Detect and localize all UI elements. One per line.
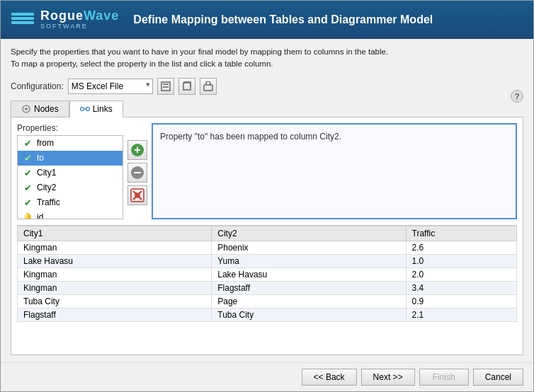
svg-rect-7 xyxy=(204,85,212,91)
check-icon-from: ✔ xyxy=(22,138,33,149)
col-city1[interactable]: City1 xyxy=(18,226,212,241)
table-wrapper[interactable]: City1 City2 Traffic KingmanPhoenix2.6Lak… xyxy=(17,226,517,349)
table-cell: Flagstaff xyxy=(212,282,406,295)
logo-text: Rogue Wave SOFTWARE xyxy=(40,9,119,30)
config-select[interactable]: MS Excel File xyxy=(68,79,153,94)
tabs: Nodes Links xyxy=(11,100,523,117)
table-section: City1 City2 Traffic KingmanPhoenix2.6Lak… xyxy=(17,225,517,349)
svg-rect-5 xyxy=(163,86,169,88)
logo-software: SOFTWARE xyxy=(40,23,119,30)
check-icon-city1: ✔ xyxy=(22,168,33,178)
svg-rect-16 xyxy=(134,172,141,173)
check-icon-to: ✔ xyxy=(22,153,33,163)
table-cell: 1.0 xyxy=(406,255,517,268)
config-select-wrapper: MS Excel File xyxy=(68,79,153,94)
table-cell: 2.1 xyxy=(406,309,517,322)
table-cell: Flagstaff xyxy=(18,309,212,322)
svg-text:+: + xyxy=(134,144,140,156)
svg-rect-1 xyxy=(11,17,34,20)
table-cell: Tuba City xyxy=(18,295,212,309)
header-title: Define Mapping between Tables and Diagra… xyxy=(133,13,525,26)
panel-inner: Properties: ✔ from ✔ to ✔ City1 xyxy=(17,123,517,220)
table-cell: 0.9 xyxy=(406,295,517,309)
check-icon-city2: ✔ xyxy=(22,183,33,193)
properties-label: Properties: xyxy=(17,123,123,133)
col-city2[interactable]: City2 xyxy=(212,226,406,241)
table-cell: 3.4 xyxy=(406,282,517,295)
prop-label-from: from xyxy=(37,138,54,148)
prop-label-to: to xyxy=(37,153,44,163)
table-row[interactable]: KingmanLake Havasu2.0 xyxy=(18,268,517,282)
prop-item-from[interactable]: ✔ from xyxy=(18,136,123,151)
cancel-button[interactable]: Cancel xyxy=(473,369,523,386)
table-cell: Kingman xyxy=(18,268,212,282)
table-row[interactable]: FlagstaffTuba City2.1 xyxy=(18,309,517,322)
prop-label-city1: City1 xyxy=(37,168,56,178)
table-row[interactable]: KingmanFlagstaff3.4 xyxy=(18,282,517,295)
svg-point-9 xyxy=(25,108,28,110)
bell-icon-id: 🔔 xyxy=(22,212,33,220)
footer: << Back Next >> Finish Cancel xyxy=(1,362,533,391)
prop-item-to[interactable]: ✔ to xyxy=(18,151,123,166)
table-cell: Yuma xyxy=(212,255,406,268)
prop-item-id[interactable]: 🔔 id xyxy=(18,210,123,220)
config-row: Configuration: MS Excel File xyxy=(11,78,523,95)
middle-buttons: + xyxy=(127,123,147,220)
tab-links[interactable]: Links xyxy=(69,100,123,117)
toolbar-btn-2[interactable] xyxy=(178,78,195,95)
table-cell: Page xyxy=(212,295,406,309)
prop-label-traffic: Traffic xyxy=(37,197,60,207)
logo-area: Rogue Wave SOFTWARE xyxy=(9,6,119,33)
svg-rect-0 xyxy=(11,13,34,16)
message-area: Property "to" has been mapped to column … xyxy=(152,123,517,220)
table-cell: Phoenix xyxy=(212,241,406,255)
table-cell: 2.6 xyxy=(406,241,517,255)
body: Specify the properties that you want to … xyxy=(1,39,533,362)
table-cell: Lake Havasu xyxy=(18,255,212,268)
table-row[interactable]: Lake HavasuYuma1.0 xyxy=(18,255,517,268)
map-clear-btn[interactable] xyxy=(127,185,147,205)
nodes-icon xyxy=(21,104,31,114)
main-window: Rogue Wave SOFTWARE Define Mapping betwe… xyxy=(0,0,534,392)
next-button[interactable]: Next >> xyxy=(361,369,415,386)
header: Rogue Wave SOFTWARE Define Mapping betwe… xyxy=(1,1,533,39)
prop-item-traffic[interactable]: ✔ Traffic xyxy=(18,195,123,210)
links-icon xyxy=(80,104,90,114)
properties-list: ✔ from ✔ to ✔ City1 ✔ Ci xyxy=(17,135,123,220)
finish-button[interactable]: Finish xyxy=(419,369,469,386)
table-cell: Tuba City xyxy=(212,309,406,322)
tab-nodes[interactable]: Nodes xyxy=(11,100,69,117)
svg-rect-4 xyxy=(163,83,169,85)
help-icon[interactable]: ? xyxy=(511,90,523,103)
table-cell: Lake Havasu xyxy=(212,268,406,282)
svg-rect-6 xyxy=(183,83,191,90)
prop-label-city2: City2 xyxy=(37,183,56,192)
logo-rogue: Rogue xyxy=(40,9,84,23)
main-panel: Properties: ✔ from ✔ to ✔ City1 xyxy=(11,117,523,356)
toolbar-btn-1[interactable] xyxy=(157,78,174,95)
table-row[interactable]: Tuba CityPage0.9 xyxy=(18,295,517,309)
prop-item-city1[interactable]: ✔ City1 xyxy=(18,166,123,180)
prop-label-id: id xyxy=(37,212,43,219)
map-remove-btn[interactable] xyxy=(127,163,147,183)
table-row[interactable]: KingmanPhoenix2.6 xyxy=(18,241,517,255)
check-icon-traffic: ✔ xyxy=(22,197,33,208)
back-button[interactable]: << Back xyxy=(302,369,357,386)
col-traffic[interactable]: Traffic xyxy=(406,226,517,241)
properties-section: Properties: ✔ from ✔ to ✔ City1 xyxy=(17,123,123,220)
logo-wave: Wave xyxy=(84,9,119,23)
svg-rect-2 xyxy=(11,21,34,24)
svg-point-10 xyxy=(80,107,84,110)
toolbar-btn-3[interactable] xyxy=(200,78,217,95)
table-cell: Kingman xyxy=(18,241,212,255)
svg-point-11 xyxy=(86,107,89,110)
config-label: Configuration: xyxy=(11,81,64,91)
prop-item-city2[interactable]: ✔ City2 xyxy=(18,180,123,195)
map-add-btn[interactable]: + xyxy=(127,140,147,160)
table-cell: 2.0 xyxy=(406,268,517,282)
table-cell: Kingman xyxy=(18,282,212,295)
description: Specify the properties that you want to … xyxy=(11,46,523,71)
data-table: City1 City2 Traffic KingmanPhoenix2.6Lak… xyxy=(17,226,517,322)
logo-icon xyxy=(9,6,36,33)
